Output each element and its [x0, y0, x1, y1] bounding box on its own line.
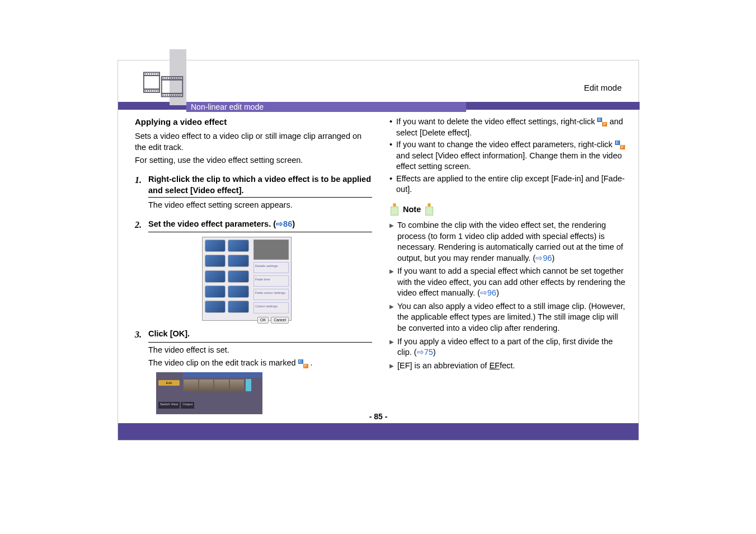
- link-arrow-icon: ⇨: [480, 288, 487, 297]
- b2-a: If you want to change the video effect p…: [396, 140, 615, 149]
- effect-dialog-screenshot: Details settings Fade time Fade colour s…: [202, 237, 292, 321]
- bullet-item: Effects are applied to the entire clip e…: [389, 174, 627, 195]
- n5-a: [EF] is an abbreviation of: [397, 361, 489, 370]
- ok-button: OK: [257, 317, 269, 323]
- document-page: Edit mode Non-linear edit mode Applying …: [118, 60, 639, 441]
- effect-options: Details settings Fade time Fade colour s…: [251, 237, 291, 316]
- n1-b: ): [552, 254, 555, 263]
- ef-marker-icon: [597, 118, 607, 127]
- effect-cell: [205, 255, 226, 267]
- note-list: To combine the clip with the video effec…: [389, 220, 627, 371]
- note-label: Note: [403, 204, 421, 216]
- note-item: You can also apply a video effect to a s…: [389, 301, 627, 334]
- effect-cell: [205, 270, 226, 283]
- step-number: 1.: [135, 174, 145, 196]
- switch-view-tab: Switch View: [158, 402, 180, 409]
- step-title: Right-click the clip to which a video ef…: [148, 174, 373, 196]
- divider: [148, 342, 372, 343]
- page-link-96[interactable]: 96: [543, 254, 552, 263]
- pushpin-note-icon: [389, 203, 400, 217]
- effect-cell: [205, 301, 226, 313]
- footer-bar: [118, 423, 638, 440]
- note-item: To combine the clip with the video effec…: [389, 220, 627, 264]
- bullet-item: If you want to change the video effect p…: [389, 139, 627, 172]
- effect-grid: [203, 237, 251, 316]
- filmstrip-icon: [143, 67, 185, 101]
- opt-fadecolour: Fade colour settings: [253, 289, 289, 300]
- step-2-text-a: Set the video effect parameters. (: [148, 219, 276, 228]
- ef-marker-icon: [615, 140, 625, 149]
- step-3-text-a: The video clip on the edit track is mark…: [148, 358, 298, 367]
- step-title: Set the video effect parameters. (⇨86): [148, 219, 373, 231]
- effect-cell: [228, 240, 248, 252]
- timeline-screenshot: Edit Switch View Output: [156, 372, 262, 414]
- step-title: Click [OK].: [148, 329, 373, 341]
- effect-cell: [205, 285, 226, 298]
- effect-cell: [205, 240, 226, 252]
- content-columns: Applying a video effect Sets a video eff…: [135, 116, 627, 414]
- step-1: 1. Right-click the clip to which a video…: [135, 174, 373, 196]
- clip-thumbnails: [183, 379, 245, 391]
- note-item: If you apply a video effect to a part of…: [389, 336, 627, 358]
- effect-cell: [228, 270, 248, 283]
- step-3-body1: The video effect is set.: [148, 345, 373, 356]
- page-link-86[interactable]: 86: [283, 219, 292, 228]
- b2-b: and select [Video effect information]. C…: [396, 151, 622, 171]
- step-3-body2: The video clip on the edit track is mark…: [148, 358, 373, 369]
- opt-fadetime: Fade time: [253, 275, 289, 287]
- svg-rect-0: [144, 76, 159, 89]
- left-column: Applying a video effect Sets a video eff…: [135, 116, 373, 414]
- step-number: 3.: [135, 329, 145, 341]
- section-title: Applying a video effect: [135, 116, 373, 128]
- step-1-body: The video effect setting screen appears.: [148, 200, 373, 211]
- cancel-button: Cancel: [271, 317, 289, 323]
- effect-cell: [228, 301, 248, 313]
- page-link-96b[interactable]: 96: [487, 288, 496, 297]
- b1-a: If you want to delete the video effect s…: [396, 117, 597, 126]
- note-item: If you want to add a special effect whic…: [389, 266, 627, 299]
- step-3: 3. Click [OK].: [135, 329, 373, 341]
- subheader-bar: Non-linear edit mode: [186, 102, 466, 112]
- page-number: - 85 -: [118, 412, 638, 421]
- effect-cell: [228, 285, 248, 298]
- n2-a: If you want to add a special effect whic…: [397, 266, 625, 297]
- step-number: 2.: [135, 219, 145, 231]
- mode-label: Edit mode: [584, 83, 622, 92]
- opt-colour: Colour settings: [253, 302, 289, 313]
- link-arrow-icon: ⇨: [417, 348, 424, 357]
- divider: [148, 197, 372, 198]
- step-3-text-b: .: [311, 358, 313, 367]
- step-2: 2. Set the video effect parameters. (⇨86…: [135, 219, 373, 231]
- dialog-buttons: OK Cancel: [203, 316, 291, 324]
- n4-b: ): [433, 348, 436, 357]
- divider: [148, 232, 372, 232]
- output-tab: Output: [181, 402, 194, 409]
- right-column: If you want to delete the video effect s…: [389, 116, 627, 414]
- effect-preview: [253, 240, 289, 260]
- svg-rect-3: [162, 80, 183, 93]
- edit-tab: Edit: [158, 380, 180, 386]
- ef-underline: EF: [489, 361, 500, 370]
- ef-marker-icon: [298, 359, 308, 368]
- step-2-text-b: ): [292, 219, 295, 228]
- link-arrow-icon: ⇨: [536, 254, 543, 263]
- link-arrow-icon: ⇨: [276, 219, 283, 228]
- page-link-75[interactable]: 75: [424, 348, 433, 357]
- bullet-list: If you want to delete the video effect s…: [389, 116, 627, 195]
- note-header: Note: [389, 203, 434, 217]
- opt-details: Details settings: [253, 262, 289, 273]
- effect-cell: [228, 255, 248, 267]
- timeline-ruler: [183, 372, 262, 378]
- bullet-item: If you want to delete the video effect s…: [389, 116, 627, 138]
- note-item: [EF] is an abbreviation of EFfect.: [389, 360, 627, 372]
- n1-a: To combine the clip with the video effec…: [397, 221, 623, 263]
- intro-text-2: For setting, use the video effect settin…: [135, 155, 373, 166]
- ef-marker: [246, 379, 251, 391]
- n5-c: fect.: [500, 361, 515, 370]
- pushpin-note-icon: [424, 203, 434, 217]
- n2-b: ): [496, 288, 499, 297]
- intro-text: Sets a video effect to a video clip or s…: [135, 131, 373, 153]
